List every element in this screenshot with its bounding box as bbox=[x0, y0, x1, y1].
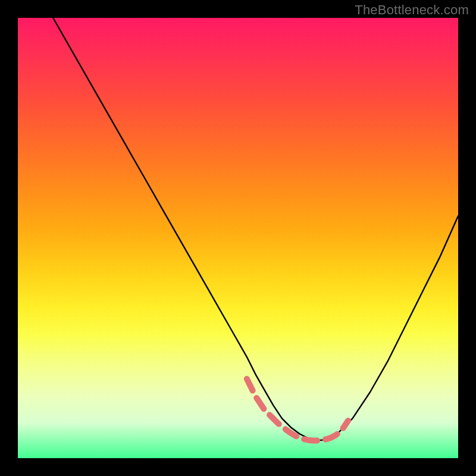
series-bottleneck-curve bbox=[53, 18, 458, 440]
plot-area bbox=[18, 18, 458, 458]
series-container bbox=[53, 18, 458, 440]
series-valley-marker bbox=[247, 379, 348, 441]
plot-svg bbox=[18, 18, 458, 458]
chart-frame: TheBottleneck.com bbox=[0, 0, 476, 476]
watermark-text: TheBottleneck.com bbox=[355, 2, 469, 18]
